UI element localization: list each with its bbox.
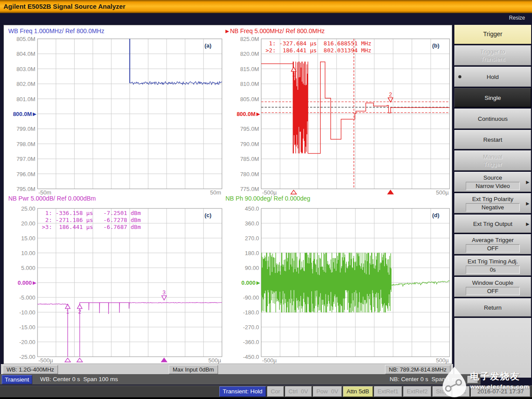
status-transient-hold: Transient: Hold [219,386,266,397]
status-datetime: 2016-07-21 17:37 [471,386,530,397]
y-tick-label: 25.00 [4,205,35,212]
y-tick-label: 815.0M [228,65,259,72]
chart-panel: WB Freq 1.000MHz/ Ref 800.0MHz805.0M804.… [3,25,452,364]
submenu-arrow-icon: ▶ [526,222,529,226]
y-tick-label: -20.00 [4,339,35,345]
chart-title-c: NB Pwr 5.000dB/ Ref 0.000dBm [8,195,96,202]
selected-bullet-icon [458,75,461,78]
status-pow: Pow 0V [313,386,342,397]
sidebar-item-single[interactable]: Single [454,88,531,107]
y-tick-label: 805.0M [228,95,259,102]
window-titlebar: Agilent E5052B Signal Source Analyzer [0,0,532,13]
nb-range-box: NB: 789.2M-814.8MHz [385,365,450,374]
status-extref2: ExtRef2 [403,386,431,397]
sidebar-item-label: Ext Trig Polarity [472,195,514,203]
marker-readout-c: 1: -336.158 µs -7.2501 dBm 2: -271.186 µ… [42,210,141,231]
span-status-bar: Transient WB: Center 0 s Span 100 ms NB:… [0,374,481,385]
y-tick-label: 90.00 [228,265,259,271]
sidebar-item-return[interactable]: Return [454,298,531,317]
sidebar-item-label: Window Couple [472,279,514,286]
sidebar-item-hold[interactable]: Hold [454,67,531,87]
sidebar-item-manual-trigger: Manual Trigger [454,150,531,171]
chart-title-d: NB Ph 90.00deg/ Ref 0.000deg [225,195,310,202]
status-svc: Svc [453,386,470,397]
plot-area-a[interactable] [38,39,222,195]
sidebar-item-label: Trigger to Transient [480,48,505,63]
softkey-sidebar: Trigger Trigger to TransientHoldSingleCo… [454,25,531,378]
sidebar-item-window-couple[interactable]: Window CoupleOFF [454,277,531,297]
y-tick-label: 360.0 [228,220,259,227]
status-stop: Stop [433,386,452,397]
sidebar-item-value: OFF [466,244,520,252]
y-tick-label: 801.0M [4,95,35,102]
sidebar-item-label: Ext Trig Timing Adj. [467,258,518,265]
y-tick-label: 820.0M [228,51,259,57]
y-tick-label: -360.0 [228,339,259,345]
y-tick-label: 795.0M [4,186,35,192]
y-tick-label: 805.0M [4,36,35,42]
svg-text:2: 2 [78,309,81,315]
y-tick-label: -10.00 [4,309,35,316]
status-extref1: ExtRef1 [374,386,402,397]
sidebar-item-label: Continuous [478,115,508,123]
softkey-items: Trigger to TransientHoldSingleContinuous… [454,45,531,318]
y-tick-label: 775.0M [228,186,259,192]
status-attn: Attn 5dB [343,386,373,397]
y-tick-label: 20.00 [4,220,35,227]
sidebar-item-ext-trig-timing-adj[interactable]: Ext Trig Timing Adj.0s [454,256,531,276]
y-tick-label: 270.0 [228,235,259,242]
y-tick-label: 780.0M [228,171,259,177]
sidebar-item-average-trigger[interactable]: Average TriggerOFF [454,234,531,254]
y-tick-label: 803.0M [4,65,35,72]
sidebar-item-label: Average Trigger [472,236,514,244]
menu-bar: Resize [0,13,532,23]
y-tick-label: 10.00 [4,250,35,256]
y-tick-label: 799.0M [4,126,35,132]
sidebar-item-continuous[interactable]: Continuous [454,109,531,129]
y-tick-label: 798.0M [4,140,35,147]
measurement-mode-badge: Transient [2,375,32,384]
marker-readout-b: 1: -327.684 µs 816.688551 MHz >2: 186.44… [266,40,372,54]
bottom-strip [0,397,532,399]
y-tick-label: -90.00 [228,294,259,301]
subplot-label-c: (c) [205,212,211,218]
sidebar-item-restart[interactable]: Restart [454,130,531,149]
y-tick-label: -25.00 [4,354,35,360]
plot-area-b[interactable]: 12 [261,39,450,195]
y-tick-label: 795.0M [228,126,259,132]
instrument-status-bar: Transient: HoldCorCtrl 0VPow 0VAttn 5dBE… [0,385,532,397]
sidebar-item-label: Single [484,94,501,102]
y-tick-label: 802.0M [4,81,35,87]
sidebar-item-value: OFF [466,287,520,295]
sidebar-item-ext-trig-output[interactable]: Ext Trig Output▶ [454,215,531,233]
chart-title-a: WB Freq 1.000MHz/ Ref 800.0MHz [8,27,104,34]
y-tick-label: -180.0 [228,309,259,316]
y-tick-label: -5.000 [4,294,35,301]
y-tick-label: 450.0 [228,205,259,212]
submenu-arrow-icon: ▶ [526,180,529,184]
resize-button[interactable]: Resize [509,13,525,23]
y-tick-label: 825.0M [228,36,259,42]
y-tick-label: 5.000 [4,265,35,271]
y-tick-label: 180.0 [228,250,259,256]
subplot-label-d: (d) [432,212,440,218]
y-tick-label: 790.0M [228,140,259,147]
status-ctrl: Ctrl 0V [285,386,312,397]
active-trace-arrow-icon: ▶ [225,28,229,34]
sidebar-filler [454,318,531,378]
subplot-label-b: (b) [432,42,440,49]
svg-text:1: 1 [292,72,295,78]
sidebar-item-trigger-to-transient: Trigger to Transient [454,45,531,65]
sidebar-item-label: Manual Trigger [483,153,502,168]
wb-range-box: WB: 1.2G-400MHz [3,365,58,374]
plot-area-c[interactable]: 123 [38,208,222,363]
sidebar-item-label: Source [484,174,502,181]
ref-level-label: 0.000 [0,280,32,286]
ref-level-label: 0.000 [224,280,256,286]
plot-area-d[interactable] [261,208,450,363]
sidebar-item-source[interactable]: SourceNarrow Video▶ [454,172,531,192]
sidebar-item-ext-trig-polarity[interactable]: Ext Trig PolarityNegative▶ [454,193,531,213]
nb-span-text: NB: Center 0 s Span 1 ms [389,374,460,385]
chart-title-b: ▶NB Freq 5.000MHz/ Ref 800.0MHz [225,27,325,34]
softkey-menu-title: Trigger [454,25,531,44]
